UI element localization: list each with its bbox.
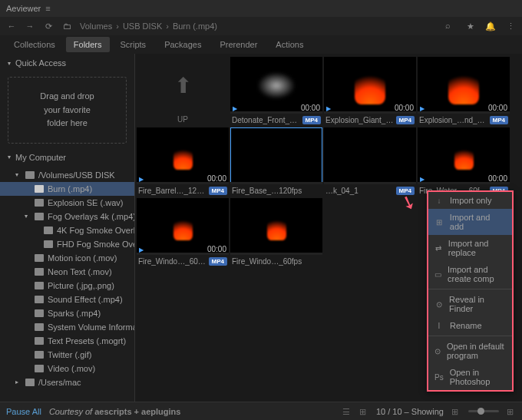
- thumbnail-cell[interactable]: Fire_Base_…120fps: [230, 127, 322, 197]
- tree-label: /Volumes/USB DISK: [38, 170, 115, 180]
- menu-item-icon: ↓: [434, 196, 444, 205]
- thumbnail-cell[interactable]: ▶00:00Explosion_Giant_60fps_01MP4: [324, 57, 416, 126]
- context-menu-item[interactable]: PsOpen in Photoshop: [428, 364, 512, 390]
- context-menu-item[interactable]: IRename: [428, 317, 512, 334]
- thumbnail: [230, 127, 322, 184]
- context-menu-item[interactable]: ⇄Import and replace: [428, 235, 512, 261]
- thumbnail-cell[interactable]: ▶00:00Fire_Water…_60fps_03_1MP4: [418, 127, 510, 197]
- tree-item[interactable]: Neon Text (.mov): [0, 265, 134, 279]
- pause-all-button[interactable]: Pause All: [6, 407, 41, 416]
- thumbnail-cell[interactable]: ▶00:00Explosion_…nd_60fps_01MP4: [418, 57, 510, 126]
- tree-item[interactable]: ▾/Volumes/USB DISK: [0, 168, 134, 182]
- folder-icon: [35, 351, 44, 359]
- tree-item[interactable]: Explosion SE (.wav): [0, 196, 134, 210]
- menu-item-label: Reveal in Finder: [449, 295, 506, 313]
- tree-item[interactable]: Text Presets (.mogrt): [0, 334, 134, 348]
- folder-icon: [35, 185, 44, 193]
- tab-prerender[interactable]: Prerender: [212, 37, 265, 52]
- app-name: Aeviewer: [6, 4, 41, 13]
- my-computer-header[interactable]: ▾My Computer: [0, 148, 134, 167]
- folder-icon: [35, 296, 44, 303]
- folder-icon: [35, 268, 44, 276]
- menu-item-label: Open in default program: [447, 342, 506, 360]
- format-badge: MP4: [209, 257, 227, 266]
- tab-collections[interactable]: Collections: [6, 37, 63, 52]
- menu-item-icon: Ps: [434, 372, 444, 382]
- view-grid-icon[interactable]: ⊞: [451, 407, 461, 416]
- tree-label: Motion icon (.mov): [48, 253, 117, 263]
- context-menu-item[interactable]: ⊙Open in default program: [428, 338, 512, 364]
- folder-icon: [35, 254, 44, 262]
- thumbnail: ▶00:00: [418, 57, 510, 114]
- bell-icon[interactable]: 🔔: [485, 21, 496, 31]
- zoom-slider[interactable]: [468, 410, 499, 412]
- view-grid-small-icon[interactable]: ⊞: [359, 407, 368, 416]
- context-menu-item[interactable]: ▭Import and create comp: [428, 261, 512, 287]
- thumbnail-cell[interactable]: …k_04_1MP4: [324, 127, 416, 197]
- drop-zone[interactable]: Drag and drop your favorite folder here: [8, 77, 127, 144]
- forward-icon[interactable]: →: [25, 21, 35, 31]
- view-list-icon[interactable]: ☰: [342, 407, 352, 416]
- tree-item[interactable]: Twitter (.gif): [0, 348, 134, 362]
- tree-item[interactable]: Motion icon (.mov): [0, 251, 134, 265]
- file-name: Explosion_…nd_60fps_01: [419, 116, 487, 124]
- tab-actions[interactable]: Actions: [268, 37, 311, 52]
- tab-scripts[interactable]: Scripts: [113, 37, 154, 52]
- context-menu-item[interactable]: ⊞Import and add: [428, 209, 512, 235]
- format-badge: MP4: [490, 116, 508, 124]
- folder-icon: [35, 282, 44, 289]
- thumbnail-cell[interactable]: ▶00:00Fire_Barrel…_120fps_01_1MP4: [137, 127, 229, 197]
- thumbnail: ▶00:00: [418, 127, 510, 184]
- context-menu-item[interactable]: ⊙Reveal in Finder: [428, 291, 512, 317]
- more-icon[interactable]: ⋮: [505, 21, 516, 31]
- hamburger-icon[interactable]: ≡: [45, 4, 50, 13]
- view-grid-large-icon[interactable]: ⊞: [507, 407, 516, 416]
- tab-packages[interactable]: Packages: [157, 37, 209, 52]
- menu-item-label: Import and replace: [448, 239, 506, 257]
- folder-icon: [35, 337, 44, 345]
- tree-label: Picture (.jpg,.png): [48, 281, 114, 290]
- tree-label: System Volume Information: [48, 322, 134, 332]
- menu-item-icon: ⊙: [434, 346, 441, 356]
- tree-label: Fog Overlays 4k (.mp4): [48, 212, 134, 221]
- tree-item[interactable]: ▾Fog Overlays 4k (.mp4): [0, 210, 134, 223]
- tree-label: Sparks (.mp4): [48, 309, 101, 318]
- tree-item[interactable]: System Volume Information: [0, 320, 134, 334]
- thumbnail-cell[interactable]: ▶00:00Detonate_Front_60fps_02MP4: [230, 57, 322, 126]
- tree-label: Neon Text (.mov): [48, 267, 112, 276]
- tree-item[interactable]: Burn (.mp4): [0, 182, 134, 196]
- back-icon[interactable]: ←: [6, 21, 17, 31]
- star-icon[interactable]: ★: [465, 21, 476, 31]
- tree-item[interactable]: 4K Fog Smoke Overlays (.mp: [0, 223, 134, 237]
- file-name: Fire_Windo…_60fps_04_1: [138, 257, 206, 266]
- tree-label: Video (.mov): [48, 364, 95, 373]
- tree-item[interactable]: ▸/Users/mac: [0, 375, 134, 389]
- tree-item[interactable]: Video (.mov): [0, 362, 134, 375]
- file-name: Fire_Windo…_60fps: [232, 257, 321, 266]
- tree-item[interactable]: Picture (.jpg,.png): [0, 279, 134, 293]
- content-area: ⬆UP▶00:00Detonate_Front_60fps_02MP4▶00:0…: [135, 54, 522, 402]
- search-icon[interactable]: ⌕: [445, 21, 456, 31]
- tree-label: Burn (.mp4): [48, 184, 92, 193]
- thumbnail-cell[interactable]: Fire_Windo…_60fps: [230, 198, 322, 267]
- file-name: Fire_Base_…120fps: [232, 187, 321, 195]
- folder-icon: [35, 309, 44, 317]
- toolbar: ← → ⟳ 🗀 Volumes› USB DISK› Burn (.mp4) ⌕…: [0, 17, 522, 35]
- quick-access-header[interactable]: ▾Quick Access: [0, 54, 134, 72]
- tree-item[interactable]: Sound Effect (.mp4): [0, 293, 134, 306]
- folder-tree: ▾/Volumes/USB DISKBurn (.mp4)Explosion S…: [0, 167, 134, 391]
- context-menu: ↓Import only⊞Import and add⇄Import and r…: [427, 190, 514, 392]
- tree-item[interactable]: FHD Fog Smoke Overlays (.mp: [0, 237, 134, 251]
- refresh-icon[interactable]: ⟳: [43, 21, 54, 31]
- folder-icon[interactable]: 🗀: [61, 21, 72, 31]
- tree-item[interactable]: Sparks (.mp4): [0, 306, 134, 320]
- tab-folders[interactable]: Folders: [66, 37, 110, 52]
- thumbnail-cell[interactable]: ▶00:00Fire_Windo…_60fps_04_1MP4: [137, 198, 229, 267]
- menu-item-icon: ▭: [434, 270, 441, 279]
- breadcrumb[interactable]: Volumes› USB DISK› Burn (.mp4): [80, 21, 217, 31]
- context-menu-item[interactable]: ↓Import only: [428, 192, 512, 209]
- tree-label: Text Presets (.mogrt): [48, 336, 126, 346]
- up-folder[interactable]: ⬆UP: [137, 57, 229, 126]
- menu-item-label: Import and add: [450, 213, 506, 231]
- menu-item-label: Import only: [450, 196, 491, 205]
